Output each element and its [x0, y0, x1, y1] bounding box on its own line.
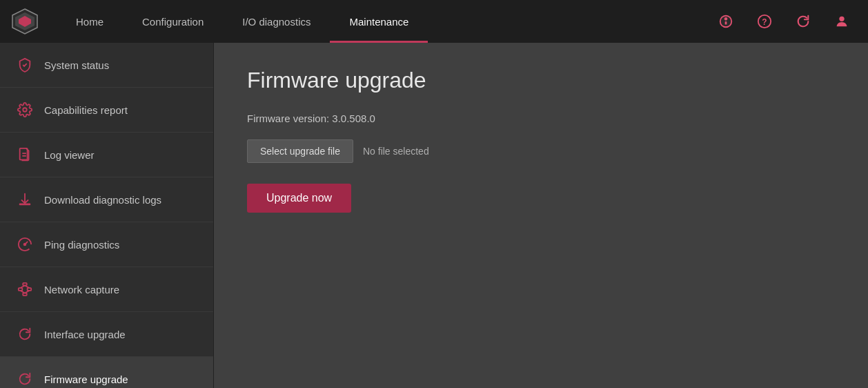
- download-icon: [15, 190, 34, 209]
- top-navigation: Home Configuration I/O diagnostics Maint…: [0, 0, 868, 43]
- document-icon: [15, 145, 34, 164]
- interface-upgrade-icon: [15, 324, 34, 344]
- svg-point-9: [839, 17, 844, 21]
- sidebar-label-network-capture: Network capture: [44, 284, 119, 295]
- firmware-upgrade-icon: [15, 369, 34, 388]
- sidebar-item-download-diagnostic-logs[interactable]: Download diagnostic logs: [0, 177, 213, 222]
- svg-line-22: [25, 286, 29, 289]
- nav-item-maintenance[interactable]: Maintenance: [330, 0, 428, 43]
- svg-rect-17: [23, 283, 27, 286]
- page-title: Firmware upgrade: [247, 68, 835, 93]
- sidebar: System status Capabilities report Lo: [0, 43, 214, 388]
- nav-items: Home Configuration I/O diagnostics Maint…: [57, 0, 713, 43]
- nav-item-io-diagnostics[interactable]: I/O diagnostics: [223, 0, 330, 43]
- sidebar-item-interface-upgrade[interactable]: Interface upgrade: [0, 312, 213, 357]
- svg-line-23: [21, 291, 25, 293]
- sidebar-item-system-status[interactable]: System status: [0, 43, 213, 88]
- firmware-version-label: Firmware version: 3.0.508.0: [247, 113, 835, 124]
- sidebar-item-network-capture[interactable]: Network capture: [0, 267, 213, 312]
- logo[interactable]: [7, 3, 43, 39]
- sidebar-label-system-status: System status: [44, 59, 109, 71]
- network-icon: [15, 280, 34, 299]
- sidebar-label-ping-diagnostics: Ping diagnostics: [44, 239, 119, 251]
- svg-rect-20: [23, 293, 27, 296]
- svg-point-10: [23, 108, 27, 112]
- svg-line-24: [25, 291, 29, 293]
- svg-rect-14: [19, 204, 31, 206]
- sidebar-label-download-diagnostic-logs: Download diagnostic logs: [44, 194, 161, 206]
- sidebar-item-ping-diagnostics[interactable]: Ping diagnostics: [0, 222, 213, 267]
- sidebar-label-interface-upgrade: Interface upgrade: [44, 329, 126, 340]
- svg-text:?: ?: [762, 17, 767, 27]
- sidebar-item-firmware-upgrade[interactable]: Firmware upgrade: [0, 357, 213, 388]
- svg-point-16: [24, 244, 26, 246]
- sidebar-label-capabilities-report: Capabilities report: [44, 104, 128, 116]
- gauge-icon: [15, 235, 34, 254]
- svg-point-5: [724, 17, 728, 21]
- shield-icon: [15, 55, 34, 75]
- gear-icon: [15, 100, 34, 119]
- user-button[interactable]: [829, 9, 854, 34]
- select-file-button[interactable]: Select upgrade file: [247, 139, 353, 163]
- svg-line-21: [21, 286, 25, 289]
- sidebar-label-log-viewer: Log viewer: [44, 149, 95, 161]
- sidebar-item-capabilities-report[interactable]: Capabilities report: [0, 88, 213, 133]
- refresh-button[interactable]: [791, 9, 816, 34]
- nav-right-icons: ?: [713, 9, 861, 34]
- sidebar-label-firmware-upgrade: Firmware upgrade: [44, 374, 128, 385]
- no-file-label: No file selected: [363, 146, 429, 157]
- file-select-row: Select upgrade file No file selected: [247, 139, 835, 163]
- svg-rect-6: [725, 21, 727, 25]
- help-button[interactable]: ?: [752, 9, 777, 34]
- nav-item-configuration[interactable]: Configuration: [123, 0, 223, 43]
- svg-rect-19: [28, 288, 31, 291]
- svg-rect-18: [19, 288, 22, 291]
- nav-item-home[interactable]: Home: [57, 0, 123, 43]
- alert-button[interactable]: [713, 9, 738, 34]
- upgrade-now-button[interactable]: Upgrade now: [247, 184, 351, 213]
- main-content: Firmware upgrade Firmware version: 3.0.5…: [214, 43, 868, 388]
- main-layout: System status Capabilities report Lo: [0, 43, 868, 388]
- sidebar-item-log-viewer[interactable]: Log viewer: [0, 133, 213, 177]
